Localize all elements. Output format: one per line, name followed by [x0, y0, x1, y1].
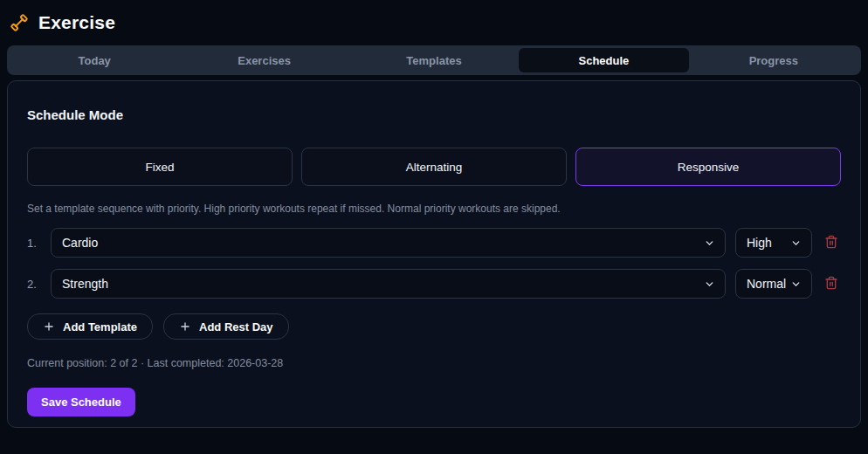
dumbbell-icon [9, 12, 30, 33]
add-rest-day-label: Add Rest Day [199, 320, 273, 334]
delete-row-button[interactable] [822, 233, 841, 252]
row-number: 2. [27, 278, 41, 291]
tab-bar: Today Exercises Templates Schedule Progr… [7, 45, 861, 75]
template-select-value: Cardio [62, 236, 98, 250]
mode-alternating-button[interactable]: Alternating [301, 148, 567, 186]
page-title: Exercise [38, 12, 115, 33]
plus-icon [43, 320, 55, 333]
chevron-down-icon [790, 237, 802, 249]
row-number: 1. [27, 237, 41, 250]
tab-templates[interactable]: Templates [349, 48, 519, 72]
plus-icon [179, 320, 191, 333]
chevron-down-icon [704, 237, 715, 249]
save-schedule-button[interactable]: Save Schedule [27, 388, 135, 416]
sequence-row-1: 1. Cardio High [27, 228, 841, 258]
add-buttons-row: Add Template Add Rest Day [27, 313, 841, 340]
template-select-2[interactable]: Strength [51, 269, 726, 299]
priority-select-value: High [747, 236, 772, 250]
template-select-1[interactable]: Cardio [51, 228, 726, 258]
mode-selector: Fixed Alternating Responsive [27, 148, 841, 186]
template-select-value: Strength [62, 277, 108, 291]
delete-row-button[interactable] [822, 274, 841, 293]
mode-description: Set a template sequence with priority. H… [27, 203, 841, 215]
mode-fixed-button[interactable]: Fixed [27, 148, 293, 186]
tab-schedule[interactable]: Schedule [519, 48, 688, 72]
add-template-button[interactable]: Add Template [27, 313, 153, 340]
schedule-mode-heading: Schedule Mode [27, 107, 841, 122]
tab-today[interactable]: Today [10, 48, 179, 72]
trash-icon [824, 276, 838, 292]
tab-progress[interactable]: Progress [689, 48, 858, 72]
add-template-label: Add Template [63, 320, 137, 334]
priority-select-1[interactable]: High [735, 228, 812, 258]
priority-select-value: Normal [747, 277, 786, 291]
add-rest-day-button[interactable]: Add Rest Day [163, 313, 289, 340]
chevron-down-icon [704, 279, 715, 290]
trash-icon [824, 235, 838, 251]
mode-responsive-button[interactable]: Responsive [575, 148, 841, 186]
chevron-down-icon [790, 279, 802, 290]
priority-select-2[interactable]: Normal [735, 269, 812, 299]
schedule-status: Current position: 2 of 2 · Last complete… [27, 357, 841, 369]
sequence-row-2: 2. Strength Normal [27, 269, 841, 299]
schedule-card: Schedule Mode Fixed Alternating Responsi… [7, 80, 861, 428]
app-header: Exercise [0, 0, 868, 44]
tab-exercises[interactable]: Exercises [179, 48, 348, 72]
